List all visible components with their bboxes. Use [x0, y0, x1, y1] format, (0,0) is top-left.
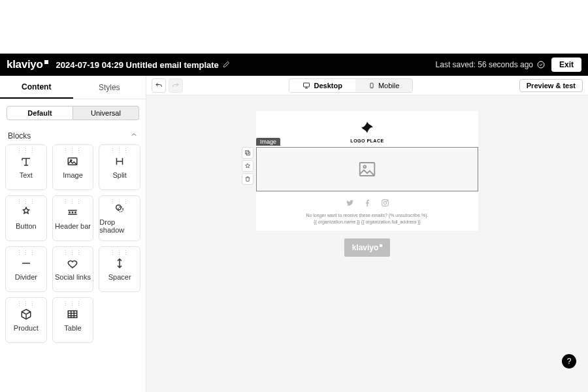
brand-mark-icon	[44, 60, 48, 64]
sidebar-tabs: Content Styles	[0, 76, 146, 99]
block-label: Drop shadow	[99, 218, 140, 234]
brand-mark-icon	[380, 244, 382, 247]
block-label: Header bar	[55, 222, 91, 230]
content-subtabs: Default Universal	[0, 99, 146, 127]
grip-icon: ⋮⋮⋮	[16, 301, 36, 307]
svg-point-16	[384, 201, 386, 204]
facebook-icon[interactable]	[363, 198, 372, 210]
block-label: Social links	[55, 273, 91, 281]
editor-toolbar: Desktop Mobile Preview & test	[146, 76, 588, 95]
svg-point-4	[73, 212, 74, 213]
grip-icon: ⋮⋮⋮	[63, 301, 82, 307]
blocks-section-header[interactable]: Blocks	[0, 127, 146, 144]
svg-point-6	[116, 205, 122, 210]
brand-text: klaviyo	[7, 58, 43, 71]
app-header: klaviyo 2024-07-19 04:29 Untitled email …	[0, 54, 588, 76]
tab-styles[interactable]: Styles	[73, 76, 146, 99]
svg-point-0	[538, 61, 544, 68]
klaviyo-badge[interactable]: klaviyo	[344, 238, 390, 257]
footer-unsubscribe: No longer want to receive these emails? …	[256, 212, 478, 219]
saved-check-icon	[537, 61, 545, 69]
svg-rect-9	[304, 83, 310, 87]
exit-button[interactable]: Exit	[551, 57, 581, 72]
svg-rect-8	[69, 311, 78, 318]
block-image[interactable]: ⋮⋮⋮ Image	[52, 144, 94, 190]
block-table[interactable]: ⋮⋮⋮ Table	[52, 297, 94, 343]
canvas[interactable]: LOGO PLACE Image	[146, 95, 588, 392]
grip-icon: ⋮⋮⋮	[63, 148, 82, 154]
undo-redo-group	[152, 78, 183, 93]
block-split[interactable]: ⋮⋮⋮ Split	[99, 144, 140, 190]
block-header-bar[interactable]: ⋮⋮⋮ Header bar	[52, 195, 94, 241]
image-block-placeholder[interactable]	[256, 147, 478, 191]
block-divider[interactable]: ⋮⋮⋮ Divider	[5, 246, 47, 292]
block-label: Text	[20, 171, 33, 179]
preview-test-button[interactable]: Preview & test	[519, 79, 583, 92]
block-label: Divider	[15, 273, 37, 281]
subtab-default[interactable]: Default	[7, 106, 73, 120]
selection-tag: Image	[256, 138, 280, 146]
footer-org: {{ organization.name }} {{ organization.…	[256, 219, 478, 225]
svg-rect-11	[246, 152, 250, 155]
sidebar: Content Styles Default Universal Blocks …	[0, 76, 146, 392]
grip-icon: ⋮⋮⋮	[16, 148, 36, 154]
template-title-text: 2024-07-19 04:29 Untitled email template	[56, 60, 219, 70]
grip-icon: ⋮⋮⋮	[110, 148, 129, 154]
last-saved-status: Last saved: 56 seconds ago	[436, 60, 545, 69]
device-mobile-label: Mobile	[378, 82, 399, 90]
help-button[interactable]: ?	[562, 354, 576, 368]
block-label: Table	[64, 324, 81, 332]
duplicate-block-button[interactable]	[242, 147, 253, 159]
image-placeholder-icon	[355, 159, 379, 179]
grip-icon: ⋮⋮⋮	[110, 199, 129, 205]
blocks-grid: ⋮⋮⋮ Text ⋮⋮⋮ Image ⋮⋮⋮ Split ⋮⋮⋮ Button …	[0, 144, 146, 343]
block-drop-shadow[interactable]: ⋮⋮⋮ Drop shadow	[99, 195, 140, 241]
block-label: Image	[63, 171, 83, 179]
selected-block[interactable]: Image	[256, 147, 478, 191]
twitter-icon[interactable]	[346, 198, 354, 210]
block-product[interactable]: ⋮⋮⋮ Product	[5, 297, 47, 343]
instagram-icon[interactable]	[381, 198, 389, 210]
last-saved-text: Last saved: 56 seconds ago	[436, 60, 533, 69]
block-button[interactable]: ⋮⋮⋮ Button	[5, 195, 47, 241]
block-social-links[interactable]: ⋮⋮⋮ Social links	[52, 246, 94, 292]
badge-text: klaviyo	[352, 243, 379, 252]
block-label: Split	[112, 171, 126, 179]
chevron-up-icon[interactable]	[130, 131, 138, 140]
grip-icon: ⋮⋮⋮	[16, 199, 36, 205]
undo-button[interactable]	[152, 78, 166, 93]
device-toggle: Desktop Mobile	[289, 78, 413, 93]
grip-icon: ⋮⋮⋮	[63, 199, 82, 205]
grip-icon: ⋮⋮⋮	[63, 250, 82, 256]
email-preview: LOGO PLACE Image	[256, 111, 478, 231]
logo-caption: LOGO PLACE	[350, 139, 384, 143]
svg-point-3	[69, 212, 71, 213]
tab-content[interactable]: Content	[0, 76, 73, 99]
redo-button	[169, 78, 183, 93]
svg-point-14	[363, 165, 366, 168]
svg-rect-12	[246, 151, 249, 154]
grip-icon: ⋮⋮⋮	[16, 250, 36, 256]
editor-main: Desktop Mobile Preview & test LOGO PLACE	[146, 76, 588, 392]
block-spacer[interactable]: ⋮⋮⋮ Spacer	[99, 246, 140, 292]
block-label: Button	[16, 222, 37, 230]
device-desktop-label: Desktop	[314, 82, 342, 90]
email-footer[interactable]: No longer want to receive these emails? …	[256, 212, 478, 231]
favorite-block-button[interactable]	[242, 160, 253, 172]
delete-block-button[interactable]	[242, 173, 253, 185]
subtab-universal[interactable]: Universal	[73, 106, 139, 120]
svg-point-17	[386, 201, 387, 201]
edit-title-icon[interactable]	[223, 60, 230, 70]
blocks-label: Blocks	[8, 131, 31, 140]
logo-leaf-icon	[359, 120, 376, 137]
block-action-toolbar	[242, 147, 253, 185]
template-title[interactable]: 2024-07-19 04:29 Untitled email template	[56, 60, 230, 70]
svg-point-5	[75, 212, 76, 213]
page-whitespace	[0, 0, 588, 54]
device-mobile[interactable]: Mobile	[355, 79, 412, 92]
device-desktop[interactable]: Desktop	[289, 79, 355, 92]
block-text[interactable]: ⋮⋮⋮ Text	[5, 144, 47, 190]
block-label: Product	[14, 324, 39, 332]
logo-placeholder[interactable]: LOGO PLACE	[256, 111, 478, 147]
social-links-row[interactable]	[256, 191, 478, 212]
